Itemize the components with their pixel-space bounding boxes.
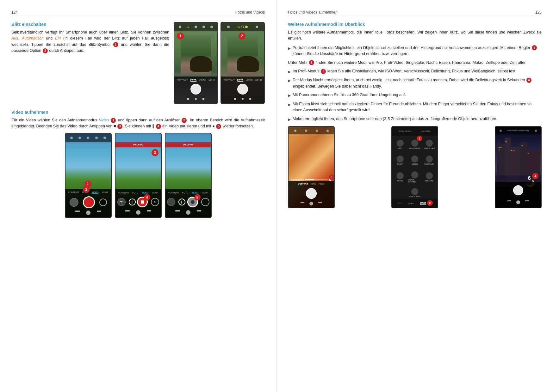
vnavbtn-3 [97,211,101,212]
bullet-essen: ▶ Mit Essen lässt sich schnell mal das l… [288,101,542,113]
circle-r4: 4 [526,78,531,83]
pause-icon-3[interactable]: ‖ [178,199,185,205]
bullet-panorama: ▶ Mit Panorama nehmen Sie bis zu 360 Gra… [288,92,542,99]
vtabs-3: PORTRAIT FOTO VIDEO MEHR [168,192,208,194]
record-btn[interactable]: 2 [83,196,95,208]
mode-superslow[interactable]: SUPER SLOWMO [408,168,422,186]
vnavbtn3-2 [186,210,190,215]
cocktail-bg: Effektsstärke 1 PORTRAIT FOTO VIDEO [289,127,334,208]
panorama-icon [426,156,433,162]
cshutter[interactable] [306,188,317,199]
nnav1 [507,200,511,201]
mtab-video: VIDEO [408,202,414,204]
horse-image-2 [227,35,258,75]
portrait-italic: Portrait [293,46,305,50]
badge-m2: 2 [427,200,433,206]
pro-italic: Pro [376,60,382,65]
mode-hyperlapse[interactable]: HYPERLAPSE [395,188,435,198]
hyperlapse-row: HYPERLAPSE [392,187,438,199]
left-page: 124 Fotos und Videos Blitz einschalten S… [0,0,276,392]
vbottom-1: PORTRAIT FOTO VIDEO MEHR 2 ↻ [65,189,111,217]
cnav3 [318,202,322,203]
bullet-nacht: ▶ Der Modus Nacht ermöglicht Ihnen, auch… [288,77,542,89]
essen-italic: Essen [439,60,450,65]
mode-makro[interactable]: MAKRO [393,168,407,186]
vtab2-v: VIDEO [142,192,149,194]
mode-pro[interactable]: PRO [393,137,407,152]
shutter-btn-2[interactable] [237,84,248,95]
cnav2 [309,202,313,205]
flash-auto [241,26,244,28]
badge-c1: 1 [329,175,335,180]
vtopbar-1 [65,133,111,142]
mode-panorama[interactable]: PANORAMA [422,153,436,168]
left-page-number: 124 [11,10,18,15]
tab-video-2: VIDEO [246,79,253,82]
nicon1 [500,130,502,132]
horse-bg-1: 1 PORTRAIT FOTO VIDEO MEHR [174,22,217,103]
right-page: Fotos und Videos aufnehmen 125 Weitere A… [276,0,553,392]
nacht-label: NACHT [397,163,403,165]
shutter-btn[interactable] [190,84,201,95]
mode-singletake[interactable]: SINGLE TAKE [422,137,436,152]
ctab-portrait: PORTRAIT [298,183,308,185]
zeitlupe-label: ZEITLUPE [425,180,433,182]
nav-back-2 [234,98,236,100]
singletake-label: SINGLE TAKE [424,147,435,149]
tab-mehr-2: MEHR [255,79,262,82]
pause-icon[interactable]: ‖ [129,199,136,205]
flip-btn-2[interactable]: ↻ [151,198,159,206]
flash-off [238,26,240,28]
video-body: Für ein Video wählen Sie den Aufnahmemod… [11,117,265,130]
profivideo-icon [411,140,418,147]
vtab-portrait: PORTRAIT [68,191,79,194]
vtab2-f: FOTO [132,192,138,194]
vicon-5 [103,137,106,139]
zeitlupe-icon [426,172,433,179]
mode-essen[interactable]: ESSEN [408,153,422,168]
nav-recent [202,98,204,100]
circle-v1: 1 [111,118,116,123]
blur-label: Effektsstärke [291,179,304,181]
makro-text: Makro [293,117,304,121]
badge-v5: 5 [194,194,201,200]
tab-foto: FOTO [190,79,196,82]
cnav1 [301,202,304,203]
modes-bottom-tabs: FOTO VIDEO MEHR 2 › [392,199,438,208]
pro-icon [397,140,404,147]
bottombar-1: PORTRAIT FOTO VIDEO MEHR [174,77,217,103]
beach-bg-3: 00:00:02 PORTRAIT FOTO VIDEO MEHR ‖ [165,133,211,217]
panorama-label: PANORAMA [424,163,434,165]
svg-rect-9 [506,141,506,142]
icon-settings-2 [227,26,230,28]
arrow-makro: ▶ [288,117,291,123]
vtab2-p: PORTRAIT [118,192,129,194]
circle-1: 1 [113,42,118,47]
bullet-nacht-text: Der Modus Nacht ermöglicht Ihnen, auch b… [293,77,542,89]
horse-screenshot-1: 1 PORTRAIT FOTO VIDEO MEHR [174,22,218,104]
nicon2 [535,130,537,132]
nacht-italic: Nacht [426,60,437,65]
mode-zeitlupe[interactable]: ZEITLUPE [422,168,436,186]
mode-profivideo[interactable]: PROFI-VIDEO 3 [408,137,422,152]
flip-btn-3[interactable] [201,198,209,206]
flip-btn[interactable]: ↻ [99,199,107,206]
nshutter[interactable] [513,185,523,195]
essen-text: Essen [299,102,310,106]
right-section-title: Weitere Aufnahmemodi im Überblick [288,22,542,27]
icon-more [210,26,213,28]
circle-v4: 4 [156,124,161,129]
beach-bg-1: 1 PORTRAIT FOTO VIDEO MEHR 2 [65,133,111,217]
tab-foto-2: FOTO [237,79,243,82]
tab-mehr: MEHR [208,79,215,82]
beach-bg-2: 00:00:00 3 PORTRAIT FOTO VIDEO MEHR 📷 [115,133,161,217]
bullet-makro: ▶ Makro ermöglicht Ihnen, das Smartphone… [288,116,542,123]
vtab3-p: PORTRAIT [168,192,179,194]
mode-nacht[interactable]: NACHT [393,153,407,168]
nacht-icon [397,156,404,162]
nav-back [187,98,189,100]
circle-r3: 3 [321,69,326,74]
right-page-header: Fotos und Videos aufnehmen 125 [288,10,542,16]
recording-bar-2: 00:00:02 [165,142,211,147]
circle-r1: 1 [532,45,537,50]
